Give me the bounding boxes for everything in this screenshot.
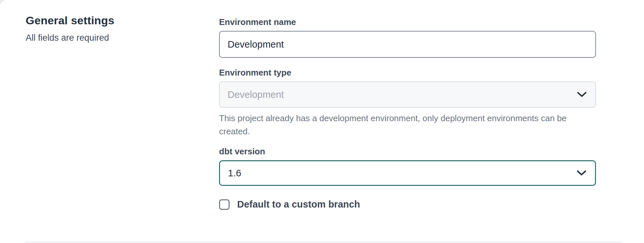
section-intro: General settings All fields are required [0,0,219,243]
custom-branch-checkbox[interactable] [219,199,230,210]
page-subtitle: All fields are required [26,32,219,44]
section-divider [26,242,622,242]
environment-type-helper-text: This project already has a development e… [219,112,581,138]
environment-type-value: Development [220,89,284,100]
settings-card: General settings All fields are required… [0,0,644,243]
dbt-version-label: dbt version [219,146,596,157]
custom-branch-label[interactable]: Default to a custom branch [237,199,360,210]
environment-name-input[interactable] [219,31,596,58]
dbt-version-value: 1.6 [220,168,241,179]
chevron-down-icon [577,92,587,98]
custom-branch-row: Default to a custom branch [219,199,596,210]
page-title: General settings [26,13,219,28]
chevron-down-icon [577,170,586,176]
dbt-version-select[interactable]: 1.6 [219,160,596,186]
environment-type-label: Environment type [219,67,596,78]
general-settings-form: Environment name Environment type Develo… [219,0,596,243]
environment-name-label: Environment name [219,16,596,28]
environment-type-select[interactable]: Development [219,81,596,108]
